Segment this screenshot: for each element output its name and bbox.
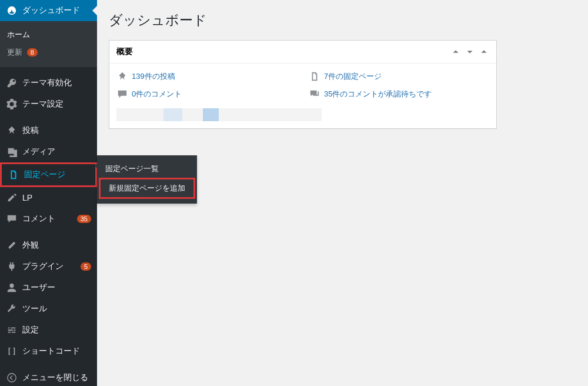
- stat-comments[interactable]: 0件のコメント: [116, 88, 297, 100]
- comment-icon: [6, 213, 18, 225]
- sidebar-item-theme-settings[interactable]: テーマ設定: [0, 94, 97, 115]
- stat-pages[interactable]: 7件の固定ページ: [309, 71, 489, 82]
- dashboard-icon: [6, 5, 18, 16]
- pages-flyout: 固定ページ一覧 新規固定ページを追加: [97, 155, 197, 204]
- sidebar-label: 投稿: [22, 125, 91, 136]
- sidebar-item-media[interactable]: メディア: [0, 141, 97, 162]
- updates-badge: 8: [27, 48, 38, 56]
- panel-body: 139件の投稿 7件の固定ページ 0件のコメント 35件のコメントが承認待ちです: [109, 64, 496, 128]
- sidebar-item-shortcode[interactable]: ショートコード: [0, 341, 97, 362]
- admin-sidebar: ダッシュボード ホーム 更新 8 テーマ有効化 テーマ設定 投稿 メディア 固定…: [0, 0, 97, 386]
- sidebar-label: テーマ有効化: [22, 78, 91, 88]
- wrench-icon: [6, 303, 18, 315]
- sidebar-item-plugins[interactable]: プラグイン 5: [0, 256, 97, 277]
- sidebar-label: プラグイン: [22, 261, 78, 272]
- panel-move-up[interactable]: [450, 46, 461, 57]
- submenu-home[interactable]: ホーム: [0, 26, 97, 44]
- sidebar-label: コメント: [22, 214, 75, 224]
- comments-badge: 35: [77, 215, 91, 223]
- sidebar-collapse[interactable]: メニューを閉じる: [0, 367, 97, 386]
- plug-icon: [6, 261, 18, 272]
- panel-move-down[interactable]: [465, 46, 475, 57]
- svg-point-0: [8, 374, 16, 382]
- sidebar-label: メディア: [22, 147, 91, 157]
- sidebar-item-tools[interactable]: ツール: [0, 298, 97, 320]
- stat-label: 7件の固定ページ: [324, 71, 382, 82]
- flyout-pages-list[interactable]: 固定ページ一覧: [97, 160, 197, 178]
- sidebar-item-theme-activate[interactable]: テーマ有効化: [0, 72, 97, 94]
- page-title: ダッシュボード: [109, 6, 576, 32]
- user-icon: [6, 282, 18, 294]
- sidebar-label: ショートコード: [22, 346, 91, 357]
- flyout-pages-add[interactable]: 新規固定ページを追加: [101, 179, 193, 197]
- main-content: ダッシュボード 概要 139件の投稿 7件の固定ページ: [97, 0, 588, 386]
- sidebar-item-comments[interactable]: コメント 35: [0, 208, 97, 229]
- brush-icon: [6, 239, 18, 251]
- sidebar-label: テーマ設定: [22, 99, 91, 109]
- page-icon: [309, 71, 320, 82]
- brackets-icon: [6, 345, 18, 357]
- comment-icon: [116, 88, 128, 100]
- key-icon: [6, 77, 18, 89]
- sidebar-item-settings[interactable]: 設定: [0, 320, 97, 341]
- sidebar-item-pages[interactable]: 固定ページ: [2, 164, 95, 185]
- pin-icon: [6, 125, 18, 137]
- comments-icon: [309, 88, 320, 100]
- sidebar-label: ユーザー: [22, 282, 91, 293]
- sidebar-submenu-dashboard: ホーム 更新 8: [0, 21, 97, 67]
- overview-panel: 概要 139件の投稿 7件の固定ページ: [109, 40, 497, 129]
- collapse-icon: [6, 372, 18, 384]
- sidebar-label: LP: [22, 193, 91, 202]
- plugins-badge: 5: [81, 262, 91, 271]
- stat-label: 0件のコメント: [132, 89, 182, 99]
- obscured-content: [116, 108, 322, 121]
- sliders-icon: [6, 324, 18, 336]
- submenu-updates[interactable]: 更新 8: [0, 44, 97, 61]
- sidebar-item-dashboard[interactable]: ダッシュボード: [0, 0, 97, 21]
- edit-icon: [6, 192, 18, 204]
- panel-header: 概要: [109, 41, 496, 64]
- stat-posts[interactable]: 139件の投稿: [116, 71, 297, 82]
- stat-pending-comments[interactable]: 35件のコメントが承認待ちです: [309, 88, 489, 100]
- sidebar-item-users[interactable]: ユーザー: [0, 277, 97, 298]
- media-icon: [6, 146, 18, 158]
- sidebar-label: ツール: [22, 304, 91, 314]
- sidebar-item-lp[interactable]: LP: [0, 187, 97, 208]
- gear-icon: [6, 98, 18, 110]
- page-icon: [8, 169, 19, 181]
- pin-icon: [116, 71, 128, 82]
- sidebar-label: メニューを閉じる: [22, 372, 91, 383]
- panel-toggle[interactable]: [479, 46, 489, 57]
- sidebar-item-posts[interactable]: 投稿: [0, 120, 97, 141]
- panel-title: 概要: [116, 46, 447, 57]
- sidebar-label: 外観: [22, 240, 91, 251]
- sidebar-label: 固定ページ: [24, 169, 89, 180]
- stat-label: 139件の投稿: [132, 71, 175, 82]
- stat-label: 35件のコメントが承認待ちです: [324, 89, 432, 99]
- sidebar-label: ダッシュボード: [22, 5, 91, 16]
- sidebar-item-appearance[interactable]: 外観: [0, 235, 97, 256]
- sidebar-label: 設定: [22, 325, 91, 335]
